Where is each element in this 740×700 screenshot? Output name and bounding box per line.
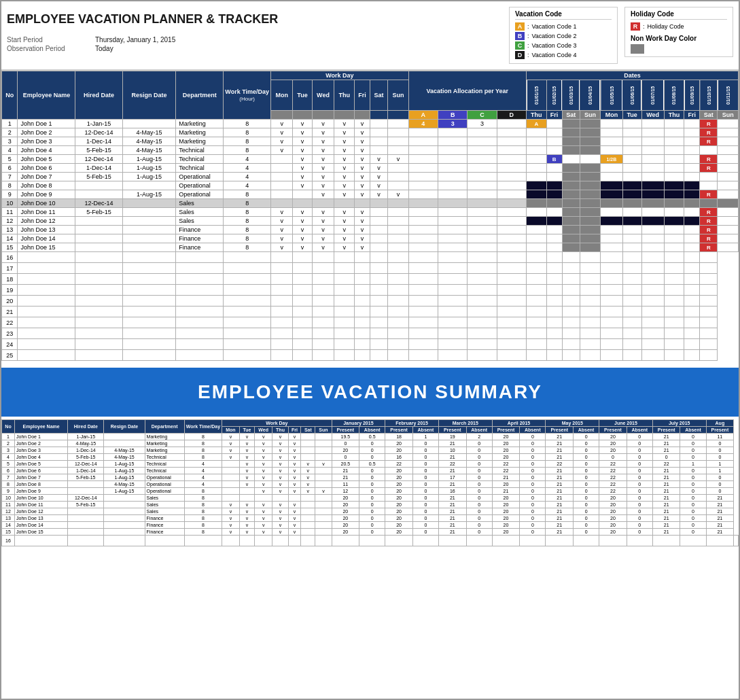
table-row: 1John Doe 11-Jan-15Marketing8vvvvv19.50.… (2, 434, 739, 440)
date-sat1: Sat (562, 111, 580, 120)
non-work-section: Non Work Day Color (631, 35, 727, 54)
sum-jan: January 2015 (332, 420, 385, 427)
sum-jul-a: Absent (680, 427, 706, 434)
table-row: 2John Doe 24-May-15Marketing8vvvvv002002… (2, 440, 739, 447)
top-section: EMPLOYEE VACATION PLANNER & TRACKER Star… (1, 1, 739, 71)
date-thu1: Thu (664, 111, 684, 120)
col-tue: Tue (293, 80, 312, 111)
date-0111: 01/11/15 (718, 80, 739, 111)
col-wed: Wed (312, 80, 334, 111)
legend-item-c: C : Vacation Code 3 (515, 41, 612, 50)
date-fri1: Fri (684, 111, 700, 120)
legend-item-r: R : Holiday Code (631, 22, 727, 31)
col-fri-sub (355, 111, 370, 120)
table-row: 13John Doe 13Finance8 vvvvv R (2, 226, 739, 234)
vacation-legend: Vacation Code A : Vacation Code 1 B : Va… (509, 7, 618, 64)
sum-jan-p: Present (332, 427, 359, 434)
date-sat2: Sat (700, 111, 718, 120)
table-row: 1John Doe 11-Jan-15Marketing8 vvvvv 4 3 … (2, 120, 739, 128)
col-sat: Sat (370, 80, 387, 111)
table-row: 6John Doe 61-Dec-141-Aug-15Technical4vvv… (2, 468, 739, 474)
non-work-label: Non Work Day Color (631, 35, 727, 42)
sum-fri: Fri (288, 427, 300, 434)
table-row: 3John Doe 31-Dec-144-May-15Marketing8vvv… (2, 447, 739, 454)
table-row: 25 (2, 350, 739, 361)
table-row: 19 (2, 285, 739, 296)
table-row: 23 (2, 328, 739, 339)
sum-mar: March 2015 (438, 420, 492, 427)
date-0101: 01/01/15 (527, 80, 547, 111)
col-name: Employee Name (18, 71, 75, 120)
col-no: No (2, 71, 18, 120)
table-row: 3John Doe 31-Dec-144-May-15Marketing8 vv… (2, 137, 739, 146)
date-0103: 01/03/15 (562, 80, 580, 111)
date-0108: 01/08/15 (664, 80, 684, 111)
obs-period-value: Today (95, 45, 113, 52)
legend-colon-a: : (527, 23, 529, 30)
sum-thu: Thu (272, 427, 289, 434)
table-row: 10John Doe 1012-Dec-14Sales8200200210200… (2, 495, 739, 502)
sum-hired: Hired Date (68, 420, 104, 434)
sum-apr: April 2015 (492, 420, 546, 427)
planner-table-container: No Employee Name Hired Date Resign Date … (1, 71, 739, 361)
table-row: 14John Doe 14Finance8vvvvv20020021020021… (2, 522, 739, 529)
table-row: 10John Doe 1012-Dec-14Sales8 (2, 199, 739, 208)
date-0109: 01/09/15 (684, 80, 700, 111)
sum-feb: February 2015 (385, 420, 439, 427)
legend-item-d: D : Vacation Code 4 (515, 51, 612, 59)
sum-tue: Tue (239, 427, 254, 434)
table-row: 20 (2, 296, 739, 307)
col-dates: Dates (527, 71, 739, 80)
sum-mar-p: Present (438, 427, 466, 434)
date-wed1: Wed (641, 111, 664, 120)
table-row: 9John Doe 91-Aug-15Operational8 vvvvv R (2, 190, 739, 199)
col-vacation: Vacation Allocation per Year (408, 71, 526, 111)
col-thu: Thu (334, 80, 355, 111)
sum-apr-p: Present (492, 427, 520, 434)
sum-jun-p: Present (599, 427, 627, 434)
vacation-legend-title: Vacation Code (515, 10, 612, 20)
sum-jul-p: Present (652, 427, 680, 434)
legend-color-b: B (515, 32, 525, 40)
col-thu-sub (334, 111, 355, 120)
date-0107: 01/07/15 (641, 80, 664, 111)
vac-d: D (497, 111, 526, 120)
vac-a: A (408, 111, 438, 120)
table-row: 24 (2, 339, 739, 350)
vac-b: B (438, 111, 467, 120)
table-row: 11John Doe 115-Feb-15Sales8vvvvv20020021… (2, 502, 739, 508)
table-row: 12John Doe 12Sales8 vvvvv R (2, 217, 739, 226)
col-mon-sub (271, 111, 293, 120)
legend-label-c: Vacation Code 3 (532, 42, 577, 49)
legend-color-d: D (515, 51, 525, 59)
sum-sat: Sat (301, 427, 315, 434)
sum-apr-a: Absent (520, 427, 546, 434)
sum-jun-a: Absent (627, 427, 652, 434)
sum-sun: Sun (315, 427, 332, 434)
sum-aug-p: Present (706, 427, 734, 434)
summary-table-container: No Employee Name Hired Date Resign Date … (1, 419, 739, 546)
legend-color-a: A (515, 22, 525, 31)
sum-name: Employee Name (15, 420, 68, 434)
sum-workday: Work Day (222, 420, 332, 427)
legend-label-r: Holiday Code (648, 23, 684, 30)
legend-label-b: Vacation Code 2 (532, 33, 577, 39)
col-fri: Fri (355, 80, 370, 111)
sum-jul: July 2015 (652, 420, 706, 427)
date-sun2: Sun (718, 111, 739, 120)
planner-table: No Employee Name Hired Date Resign Date … (1, 71, 739, 361)
sum-mon: Mon (222, 427, 240, 434)
col-mon: Mon (271, 80, 293, 111)
table-row: 7John Doe 75-Feb-151-Aug-15Operational4 … (2, 173, 739, 181)
legend-color-c: C (515, 41, 525, 50)
col-sun: Sun (388, 80, 408, 111)
date-0102: 01/02/15 (546, 80, 562, 111)
non-work-color (631, 44, 644, 54)
sum-hours: Work Time/Day (184, 420, 222, 434)
legend-colon-c: : (527, 42, 529, 49)
table-row: 15John Doe 15Finance8 vvvvv R (2, 243, 739, 252)
summary-section: EMPLOYEE VACATION SUMMARY (1, 368, 739, 417)
col-hours: Work Time/Day(Hour) (224, 71, 271, 120)
table-row: 9John Doe 91-Aug-15Operational8vvvvv1202… (2, 488, 739, 495)
sum-jan-a: Absent (359, 427, 385, 434)
